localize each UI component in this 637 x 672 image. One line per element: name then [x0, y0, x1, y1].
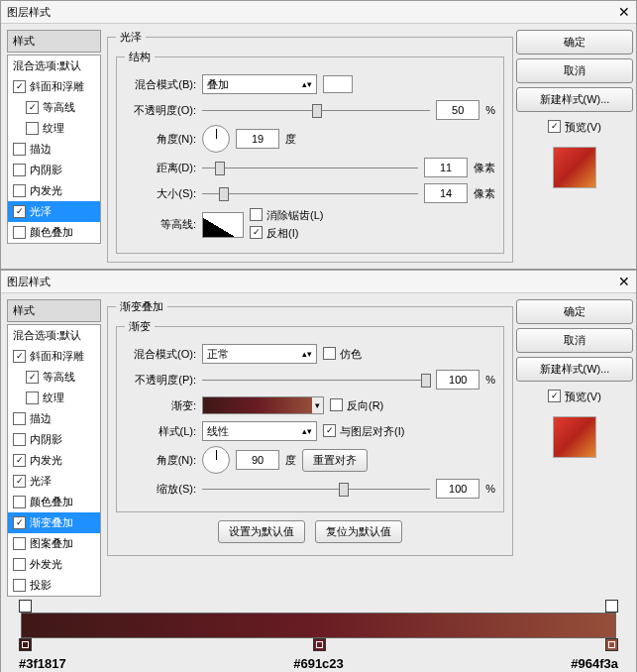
angle-dial[interactable] — [202, 125, 230, 153]
stop-hex-1: #3f1817 — [19, 656, 66, 671]
opacity-input[interactable] — [436, 370, 479, 390]
gradient-label: 渐变: — [125, 398, 196, 413]
titlebar-1: 图层样式 ✕ — [1, 1, 636, 24]
reset-align-button[interactable]: 重置对齐 — [302, 449, 368, 472]
blend-mode-select[interactable]: 叠加▴▾ — [202, 74, 317, 94]
opacity-stop-right[interactable] — [605, 600, 618, 613]
color-stop-2[interactable] — [313, 638, 326, 651]
satin-group: 光泽 结构 混合模式(B): 叠加▴▾ 不透明度(O): % 角度(N): 度 … — [107, 30, 513, 263]
preview-swatch — [553, 416, 596, 458]
contour-picker[interactable] — [202, 212, 244, 238]
fx-stroke[interactable]: 描边 — [8, 139, 100, 160]
angle-input[interactable] — [236, 129, 279, 149]
color-swatch[interactable] — [323, 75, 353, 93]
close-icon[interactable]: ✕ — [618, 4, 630, 20]
fx-texture[interactable]: 纹理 — [8, 388, 100, 408]
opacity-label: 不透明度(O): — [125, 103, 196, 118]
new-style-button[interactable]: 新建样式(W)... — [516, 87, 633, 112]
set-default-button[interactable]: 设置为默认值 — [218, 520, 305, 543]
fx-contour[interactable]: 等高线 — [8, 367, 100, 388]
opacity-slider[interactable] — [202, 373, 430, 387]
stop-hex-2: #691c23 — [293, 656, 344, 671]
ok-button[interactable]: 确定 — [516, 299, 633, 324]
fx-inner-glow[interactable]: 内发光 — [8, 450, 100, 471]
close-icon[interactable]: ✕ — [618, 274, 630, 289]
color-stop-1[interactable] — [19, 638, 32, 651]
scale-input[interactable] — [436, 479, 479, 499]
angle-dial[interactable] — [202, 446, 230, 474]
antialias-check[interactable]: 消除锯齿(L) — [250, 208, 323, 223]
angle-input[interactable] — [236, 450, 279, 470]
angle-label: 角度(N): — [125, 132, 196, 147]
scale-label: 缩放(S): — [125, 482, 196, 497]
styles-header: 样式 — [7, 30, 101, 53]
fx-satin[interactable]: 光泽 — [8, 471, 100, 492]
dither-check[interactable]: 仿色 — [323, 347, 362, 362]
fx-texture[interactable]: 纹理 — [8, 118, 100, 139]
fx-color-overlay[interactable]: 颜色叠加 — [8, 492, 100, 512]
fx-contour[interactable]: 等高线 — [8, 97, 100, 118]
structure-group: 结构 混合模式(B): 叠加▴▾ 不透明度(O): % 角度(N): 度 距离(… — [116, 50, 504, 254]
opacity-input[interactable] — [436, 100, 479, 120]
fx-satin[interactable]: 光泽 — [8, 201, 100, 222]
reverse-check[interactable]: 反向(R) — [330, 398, 383, 413]
opacity-label: 不透明度(P): — [125, 373, 196, 388]
fx-pattern-overlay[interactable]: 图案叠加 — [8, 533, 100, 554]
fx-bevel[interactable]: 斜面和浮雕 — [8, 346, 100, 367]
effects-list: 混合选项:默认 斜面和浮雕 等高线 纹理 描边 内阴影 内发光 光泽 颜色叠加 — [7, 55, 101, 244]
fx-gradient-overlay[interactable]: 渐变叠加 — [8, 512, 100, 533]
stop-hex-3: #964f3a — [571, 656, 618, 671]
fx-stroke[interactable]: 描边 — [8, 408, 100, 429]
dialog-title: 图层样式 — [7, 275, 51, 289]
new-style-button[interactable]: 新建样式(W)... — [516, 357, 633, 382]
gradient-picker[interactable]: ▾ — [202, 396, 324, 414]
color-stop-3[interactable] — [605, 638, 618, 651]
dialog-title: 图层样式 — [7, 5, 51, 20]
preview-check[interactable]: 预览(V) — [548, 120, 601, 135]
blend-options[interactable]: 混合选项:默认 — [8, 325, 100, 346]
fx-outer-glow[interactable]: 外发光 — [8, 554, 100, 575]
fx-color-overlay[interactable]: 颜色叠加 — [8, 222, 100, 243]
distance-label: 距离(D): — [125, 161, 196, 175]
style-label: 样式(L): — [125, 424, 196, 439]
distance-slider[interactable] — [202, 161, 418, 174]
opacity-slider[interactable] — [202, 103, 430, 117]
preview-check[interactable]: 预览(V) — [548, 390, 601, 404]
gradient-bar[interactable] — [21, 613, 616, 638]
size-input[interactable] — [424, 183, 468, 203]
scale-slider[interactable] — [202, 482, 430, 496]
gradient-group: 渐变 混合模式(O): 正常▴▾ 仿色 不透明度(P): % 渐变: ▾ 反向(… — [116, 319, 504, 512]
reset-default-button[interactable]: 复位为默认值 — [315, 520, 402, 543]
titlebar-2: 图层样式 ✕ — [1, 271, 636, 293]
fx-drop-shadow[interactable]: 投影 — [8, 575, 100, 596]
angle-label: 角度(N): — [125, 453, 196, 468]
opacity-stop-left[interactable] — [19, 600, 32, 613]
distance-input[interactable] — [424, 158, 468, 177]
fx-inner-shadow[interactable]: 内阴影 — [8, 160, 100, 180]
gradient-overlay-group: 渐变叠加 渐变 混合模式(O): 正常▴▾ 仿色 不透明度(P): % 渐变: … — [107, 299, 513, 556]
fx-inner-glow[interactable]: 内发光 — [8, 180, 100, 201]
gradient-editor — [21, 613, 616, 638]
blend-options[interactable]: 混合选项:默认 — [8, 56, 100, 76]
blend-mode-select[interactable]: 正常▴▾ — [202, 344, 317, 364]
size-label: 大小(S): — [125, 186, 196, 201]
fx-bevel[interactable]: 斜面和浮雕 — [8, 76, 100, 97]
invert-check[interactable]: 反相(I) — [250, 226, 323, 241]
blend-mode-label: 混合模式(O): — [125, 347, 196, 362]
preview-swatch — [553, 147, 596, 188]
align-check[interactable]: 与图层对齐(I) — [323, 424, 404, 439]
styles-header: 样式 — [7, 299, 101, 322]
cancel-button[interactable]: 取消 — [516, 328, 633, 353]
size-slider[interactable] — [202, 186, 418, 200]
cancel-button[interactable]: 取消 — [516, 58, 633, 83]
style-select[interactable]: 线性▴▾ — [202, 421, 317, 441]
fx-inner-shadow[interactable]: 内阴影 — [8, 429, 100, 450]
ok-button[interactable]: 确定 — [516, 30, 633, 55]
contour-label: 等高线: — [125, 217, 196, 232]
blend-mode-label: 混合模式(B): — [125, 77, 196, 92]
effects-list: 混合选项:默认 斜面和浮雕 等高线 纹理 描边 内阴影 内发光 光泽 颜色叠加 … — [7, 324, 101, 597]
